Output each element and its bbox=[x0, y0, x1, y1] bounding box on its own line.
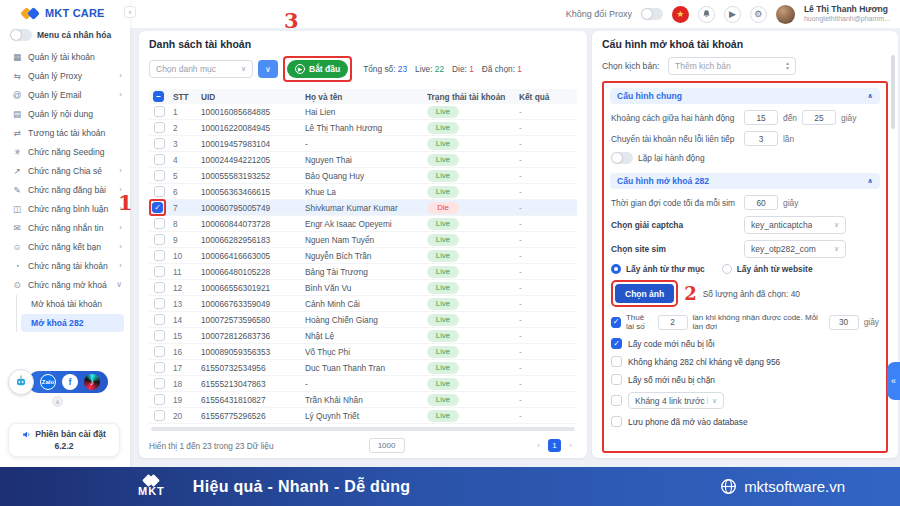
page-size-input[interactable] bbox=[369, 438, 405, 453]
table-row[interactable]: 6 100056363466615 Khue La Live - bbox=[149, 184, 577, 200]
table-row[interactable]: 20 61556775296526 Lý Quynh Triết Live - bbox=[149, 408, 577, 424]
switch-count-input[interactable] bbox=[744, 131, 778, 146]
user-avatar[interactable] bbox=[776, 5, 795, 24]
table-row[interactable]: 1 100016085684885 Hai Lien Live - bbox=[149, 104, 577, 120]
row-checkbox[interactable] bbox=[154, 266, 165, 277]
row-checkbox[interactable] bbox=[154, 378, 165, 389]
table-row[interactable]: 17 61550732534956 Duc Tuan Thanh Tran Li… bbox=[149, 360, 577, 376]
gap-min-input[interactable] bbox=[744, 110, 778, 125]
row-checkbox[interactable] bbox=[154, 154, 165, 165]
choose-image-button[interactable]: Chọn ảnh bbox=[615, 284, 674, 303]
table-row[interactable]: 12 100066556301921 Bình Văn Vu Live - bbox=[149, 280, 577, 296]
table-row[interactable]: 2 100016220084945 Lê Thị Thanh Hương Liv… bbox=[149, 120, 577, 136]
row-checkbox[interactable] bbox=[154, 362, 165, 373]
tutorial-play-icon[interactable]: ▶ bbox=[724, 6, 741, 23]
prev-page-icon[interactable]: ‹ bbox=[532, 439, 545, 452]
row-checkbox[interactable] bbox=[154, 250, 165, 261]
notifications-bell-icon[interactable] bbox=[698, 6, 715, 23]
sidebar-item[interactable]: ⇄ Tương tác tài khoản bbox=[0, 123, 130, 142]
language-flag-icon[interactable]: ★ bbox=[672, 6, 689, 23]
table-row[interactable]: 5 100055583193252 Bảo Quang Huy Live - bbox=[149, 168, 577, 184]
row-checkbox[interactable] bbox=[154, 138, 165, 149]
table-row[interactable]: 7 100060795005749 Shivkumar Kumar Kumar … bbox=[149, 200, 577, 216]
row-checkbox[interactable] bbox=[154, 186, 165, 197]
table-row[interactable]: 13 100066763359049 Cảnh Minh Cải Live - bbox=[149, 296, 577, 312]
row-checkbox[interactable] bbox=[154, 234, 165, 245]
4link-select[interactable]: Kháng 4 link trước k... ∨ bbox=[628, 392, 724, 409]
start-button[interactable]: ▶ Bắt đầu bbox=[287, 60, 348, 78]
sidebar-item[interactable]: ◫ Chức năng bình luận › bbox=[0, 199, 130, 218]
no282-checkbox[interactable] bbox=[611, 356, 622, 367]
table-row[interactable]: 19 61556431810827 Trần Khải Nhân Live - bbox=[149, 392, 577, 408]
table-row[interactable]: 15 100072812683736 Nhật Lệ Live - bbox=[149, 328, 577, 344]
settings-gear-icon[interactable]: ⚙ bbox=[750, 6, 767, 23]
row-checkbox[interactable] bbox=[154, 282, 165, 293]
gap-max-input[interactable] bbox=[802, 110, 836, 125]
chatbot-robot-icon[interactable] bbox=[8, 369, 34, 395]
sidebar-item[interactable]: ⇆ Quản lý Proxy › bbox=[0, 66, 130, 85]
sidebar-collapse-button[interactable]: ‹ bbox=[124, 6, 136, 18]
row-checkbox[interactable] bbox=[152, 202, 163, 213]
table-row[interactable]: 18 61555213047863 - Live - bbox=[149, 376, 577, 392]
next-page-icon[interactable]: › bbox=[564, 439, 577, 452]
4link-checkbox[interactable] bbox=[611, 395, 622, 406]
select-all-checkbox[interactable] bbox=[153, 91, 164, 102]
sidebar-item[interactable]: ☺ Chức năng kết bạn › bbox=[0, 237, 130, 256]
proxy-toggle[interactable] bbox=[641, 8, 663, 20]
table-row[interactable]: 11 100066480105228 Bảng Tài Trương Live … bbox=[149, 264, 577, 280]
facebook-icon[interactable]: f bbox=[62, 374, 78, 390]
row-checkbox[interactable] bbox=[154, 330, 165, 341]
rent-times-input[interactable] bbox=[658, 315, 688, 330]
personal-menu-toggle[interactable] bbox=[10, 29, 32, 41]
sidebar-item[interactable]: ✳ Chức năng Seeding bbox=[0, 142, 130, 161]
rent-number-checkbox[interactable] bbox=[611, 317, 621, 328]
repeat-action-toggle[interactable] bbox=[611, 152, 633, 164]
savephone-checkbox[interactable] bbox=[611, 416, 622, 427]
category-select[interactable]: Chọn danh mục ∨ bbox=[149, 60, 253, 78]
row-checkbox[interactable] bbox=[154, 314, 165, 325]
newcode-checkbox[interactable] bbox=[611, 338, 622, 349]
rent-wait-input[interactable] bbox=[829, 315, 859, 330]
table-row[interactable]: 9 100066282956183 Nguen Nam Tuyển Live - bbox=[149, 232, 577, 248]
sidebar-subitem[interactable]: Mở khoá tài khoản bbox=[21, 295, 124, 313]
sidebar-subitem[interactable]: Mở khoá 282 bbox=[21, 314, 124, 332]
row-checkbox[interactable] bbox=[154, 298, 165, 309]
row-checkbox[interactable] bbox=[154, 394, 165, 405]
sidebar-item[interactable]: ▤ Quản lý nội dung bbox=[0, 104, 130, 123]
radio-website[interactable] bbox=[722, 264, 732, 274]
sitesim-select[interactable]: key_otp282_com ∨ bbox=[744, 240, 846, 258]
row-checkbox[interactable] bbox=[154, 170, 165, 181]
wait-code-input[interactable] bbox=[744, 195, 778, 210]
table-row[interactable]: 10 100066416663005 Nguyễn Bích Trần Live… bbox=[149, 248, 577, 264]
panel-handle-icon[interactable]: ∧ bbox=[52, 396, 63, 407]
page-1-button[interactable]: 1 bbox=[548, 439, 561, 452]
table-row[interactable]: 8 100060844073728 Engr Ak Isaac Opeyemi … bbox=[149, 216, 577, 232]
radio-folder[interactable] bbox=[611, 264, 621, 274]
row-checkbox[interactable] bbox=[154, 218, 165, 229]
section-general-header[interactable]: Cấu hình chung ∧ bbox=[610, 88, 880, 104]
user-info[interactable]: Lê Thị Thanh Hương huonglethithanh@phamm… bbox=[804, 5, 890, 23]
table-row[interactable]: 16 100089059356353 Võ Thục Phi Live - bbox=[149, 344, 577, 360]
sidebar-item[interactable]: ↗ Chức năng Chia sẻ › bbox=[0, 161, 130, 180]
row-checkbox[interactable] bbox=[154, 122, 165, 133]
sidebar-item[interactable]: ✎ Chức năng đăng bài › bbox=[0, 180, 130, 199]
row-checkbox[interactable] bbox=[154, 346, 165, 357]
sidebar-item[interactable]: ◔ Chức năng tài khoản › bbox=[0, 256, 130, 275]
row-checkbox[interactable] bbox=[154, 106, 165, 117]
table-row[interactable]: 4 100024494221205 Nguyen Thai Live - bbox=[149, 152, 577, 168]
table-row[interactable]: 3 100019457983104 - Live - bbox=[149, 136, 577, 152]
tiktok-icon[interactable]: ♪ bbox=[84, 374, 100, 390]
sidebar-item[interactable]: ⊙ Chức năng mở khoá ∨ bbox=[0, 275, 130, 294]
panel-scrollbar[interactable] bbox=[891, 55, 895, 129]
newnumber-checkbox[interactable] bbox=[611, 374, 622, 385]
edge-collapse-tab[interactable]: « bbox=[887, 362, 900, 400]
captcha-select[interactable]: key_anticaptcha ∨ bbox=[744, 216, 846, 234]
sidebar-item[interactable]: ✉ Chức năng nhắn tin › bbox=[0, 218, 130, 237]
category-dropdown-button[interactable]: ∨ bbox=[258, 60, 278, 78]
section-282-header[interactable]: Cấu hình mở khoá 282 ∧ bbox=[610, 173, 880, 189]
sidebar-item[interactable]: ▦ Quản lý tài khoản bbox=[0, 47, 130, 66]
zalo-icon[interactable]: Zalo bbox=[40, 374, 56, 390]
horizontal-scrollbar[interactable] bbox=[151, 427, 575, 431]
row-checkbox[interactable] bbox=[154, 410, 165, 421]
sidebar-item[interactable]: @ Quản lý Email › bbox=[0, 85, 130, 104]
